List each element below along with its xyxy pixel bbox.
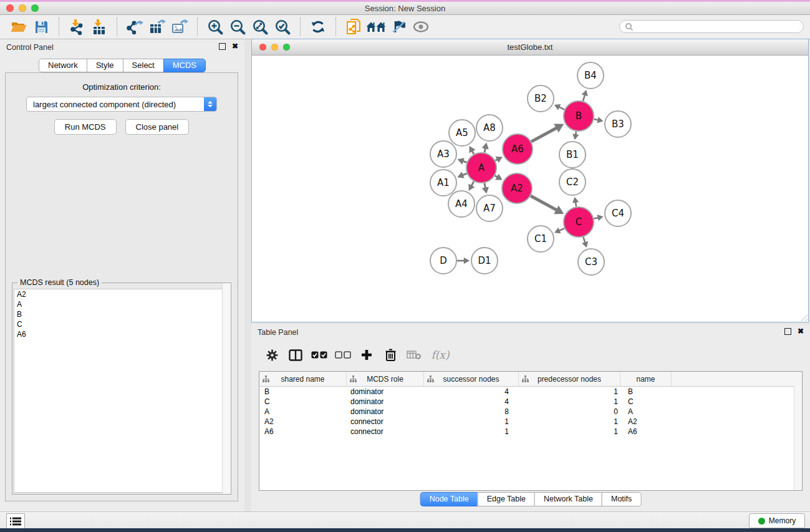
graph-node-A6[interactable]: A6 [503,134,533,164]
column-header-shared-name[interactable]: shared name [259,372,347,386]
tbl-tab-edge-table[interactable]: Edge Table [478,492,535,506]
graph-node-C2[interactable]: C2 [559,169,586,195]
graph-node-A4[interactable]: A4 [448,191,475,217]
graph-edge-C-C3[interactable] [582,237,588,248]
settings-gear-icon[interactable] [260,343,284,367]
graph-edge-C-C2[interactable] [572,197,579,207]
network-canvas[interactable]: AA1A2A3A4A5A6A7A8BB1B2B3B4CC1C2C3C4DD1 [252,56,808,322]
zoom-out-icon[interactable] [226,16,249,37]
graph-node-D[interactable]: D [430,248,456,274]
graph-edge-D-D1[interactable] [457,258,470,264]
table-row[interactable]: Cdominator41C [259,397,802,407]
task-history-button[interactable] [6,513,25,529]
graph-edge-B-B2[interactable] [554,104,564,110]
graph-edge-A-A7[interactable] [482,183,489,194]
import-table-icon[interactable] [88,16,110,37]
graph-node-B2[interactable]: B2 [528,85,554,112]
graph-edge-A-A4[interactable] [468,181,475,191]
add-row-icon[interactable] [355,343,378,367]
graph-node-B3[interactable]: B3 [605,111,631,137]
column-header-predecessor-nodes[interactable]: predecessor nodes [519,372,620,386]
table-row[interactable]: Adominator80A [259,407,802,417]
search-field[interactable] [619,20,804,33]
open-session-icon[interactable] [7,16,30,37]
column-header-mcds-role[interactable]: MCDS role [347,372,424,386]
unselect-all-checkboxes-icon[interactable] [331,343,355,367]
graph-edge-C-C1[interactable] [554,228,564,234]
graph-node-A7[interactable]: A7 [476,195,503,221]
graph-node-A1[interactable]: A1 [430,170,456,196]
graph-node-A8[interactable]: A8 [476,115,503,141]
graph-edge-A2-C[interactable] [531,196,564,214]
delete-row-icon[interactable] [378,343,402,367]
table-scrollbar[interactable] [794,386,802,490]
close-panel-icon[interactable]: ✖ [232,43,238,50]
graph-node-B1[interactable]: B1 [559,142,586,168]
home-icon[interactable] [365,16,387,37]
result-item[interactable]: A2 [14,289,229,299]
cp-tab-style[interactable]: Style [87,59,123,72]
node-table[interactable]: shared nameMCDS rolesuccessor nodesprede… [259,371,803,491]
tbl-tab-network-table[interactable]: Network Table [534,492,602,506]
graph-edge-A-A6[interactable] [495,157,503,163]
graph-node-A[interactable]: A [466,153,496,183]
graph-edge-B-B3[interactable] [594,117,603,123]
graph-node-C4[interactable]: C4 [605,200,631,226]
graph-node-A5[interactable]: A5 [449,120,475,146]
close-panel-button[interactable]: Close panel [125,119,190,135]
table-row[interactable]: A2connector11A2 [259,417,802,427]
float-panel-icon[interactable] [219,43,226,50]
graph-node-A3[interactable]: A3 [430,141,456,167]
cp-tab-select[interactable]: Select [123,59,164,72]
cp-tab-mcds[interactable]: MCDS [163,59,206,72]
graph-edge-A-A8[interactable] [482,143,489,153]
export-image-icon[interactable] [168,16,191,37]
hide-graphics-details-icon[interactable] [387,16,410,37]
show-graphics-details-icon[interactable] [410,16,432,37]
graph-edge-B-B1[interactable] [572,132,579,140]
close-table-panel-icon[interactable]: ✖ [798,328,804,335]
tbl-tab-node-table[interactable]: Node Table [420,492,478,506]
memory-button[interactable]: Memory [749,513,805,528]
graph-edge-A-A3[interactable] [458,158,467,165]
graph-node-C3[interactable]: C3 [578,249,604,275]
result-item[interactable]: C [14,319,229,329]
table-row[interactable]: A6connector11A6 [259,427,802,437]
show-column-icon[interactable] [284,343,307,367]
result-item[interactable]: B [14,309,229,319]
import-network-icon[interactable] [65,16,88,37]
save-session-icon[interactable] [30,16,52,37]
zoom-fit-icon[interactable] [249,16,271,37]
search-input[interactable] [637,22,803,32]
zoom-selected-icon[interactable] [271,16,294,37]
export-network-icon[interactable] [123,16,146,37]
mcds-result-list[interactable]: A2ABCA6 [14,289,229,493]
network-window-titlebar[interactable]: testGlobe.txt [252,39,808,56]
graph-node-D1[interactable]: D1 [471,248,498,274]
delete-table-icon[interactable] [402,343,426,367]
graph-node-C1[interactable]: C1 [528,226,554,252]
result-item[interactable]: A [14,299,229,309]
graph-edge-B-B4[interactable] [582,90,588,101]
column-header-name[interactable]: name [620,372,672,386]
result-scrollbar[interactable] [222,283,231,494]
criterion-dropdown[interactable]: largest connected component (directed) [26,97,217,112]
graph-node-A2[interactable]: A2 [502,173,532,203]
graph-node-B[interactable]: B [564,101,594,131]
tbl-tab-motifs[interactable]: Motifs [602,492,641,506]
zoom-in-icon[interactable] [204,16,226,37]
graph-edge-C-C4[interactable] [594,215,603,221]
refresh-icon[interactable] [307,16,329,37]
network-from-file-icon[interactable] [342,16,365,37]
table-row[interactable]: Bdominator41B [259,387,802,397]
graph-edge-A6-B[interactable] [531,124,564,142]
graph-edge-A-A1[interactable] [457,172,466,178]
result-item[interactable]: A6 [14,329,229,339]
graph-node-B4[interactable]: B4 [577,62,604,89]
graph-edge-A-A2[interactable] [495,174,503,180]
float-table-panel-icon[interactable] [784,328,791,335]
column-header-successor-nodes[interactable]: successor nodes [424,372,519,386]
network-canvas-svg[interactable]: AA1A2A3A4A5A6A7A8BB1B2B3B4CC1C2C3C4DD1 [252,56,808,322]
run-mcds-button[interactable]: Run MCDS [54,119,117,135]
function-builder-icon[interactable]: f(x) [426,343,452,367]
